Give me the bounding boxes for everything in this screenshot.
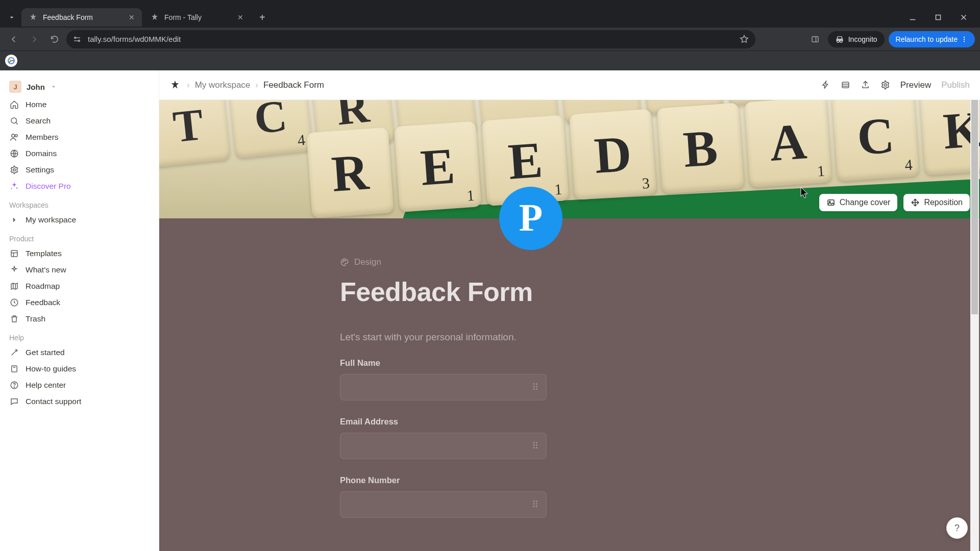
tab-search-dropdown[interactable] (4, 10, 19, 25)
user-name: John (27, 83, 45, 91)
nav-trash[interactable]: Trash (5, 311, 154, 327)
nav-label: Feedback (26, 298, 60, 307)
svg-line-24 (12, 350, 17, 356)
browser-tab-1[interactable]: Feedback Form ✕ (21, 8, 142, 27)
close-tab-icon[interactable]: ✕ (237, 13, 243, 21)
text-input[interactable]: ⠿ (340, 374, 547, 400)
reposition-button[interactable]: Reposition (903, 194, 970, 211)
field-label[interactable]: Phone Number (340, 475, 547, 485)
nav-help-center[interactable]: Help center (5, 378, 154, 393)
breadcrumb-workspace[interactable]: My workspace (195, 80, 251, 90)
tally-app: J John Home Search Members Domains (0, 70, 980, 551)
form-description[interactable]: Let's start with your personal informati… (340, 332, 547, 343)
publish-button[interactable]: Publish (941, 80, 970, 90)
new-tab-button[interactable]: + (255, 10, 270, 25)
nav-get-started[interactable]: Get started (5, 345, 154, 360)
svg-rect-29 (842, 82, 849, 88)
tile-score: 3 (642, 174, 650, 192)
panel-toggle-icon[interactable] (806, 31, 824, 48)
help-fab-button[interactable]: ? (946, 517, 968, 539)
nav-templates[interactable]: Templates (5, 246, 154, 261)
scrabble-tile: R (306, 127, 394, 218)
text-input[interactable]: ⠿ (340, 433, 547, 459)
back-button[interactable] (5, 31, 22, 48)
responses-icon[interactable] (841, 80, 850, 90)
drag-handle-icon[interactable]: ⠿ (532, 440, 537, 452)
browser-toolbar: tally.so/forms/wd0MMK/edit Incognito Rel… (0, 28, 980, 51)
nav-domains[interactable]: Domains (5, 146, 154, 161)
reposition-label: Reposition (924, 198, 963, 207)
tally-logo-icon[interactable] (169, 80, 181, 91)
nav-whats-new[interactable]: What's new (5, 262, 154, 278)
svg-point-28 (14, 387, 14, 387)
nav-feedback[interactable]: Feedback (5, 295, 154, 310)
workspace-user-switcher[interactable]: J John (5, 78, 154, 96)
nav-members[interactable]: Members (5, 130, 154, 145)
field-label[interactable]: Full Name (340, 358, 547, 368)
nav-discover-pro[interactable]: Discover Pro (5, 179, 154, 194)
close-tab-icon[interactable]: ✕ (129, 13, 135, 21)
google-bookmark-icon[interactable] (5, 55, 17, 67)
tile-letter: A (768, 112, 808, 173)
site-controls-icon[interactable] (72, 35, 82, 44)
bookmarks-bar (0, 51, 980, 70)
browser-tab-2[interactable]: Form - Tally ✕ (143, 8, 251, 27)
section-workspaces-label: Workspaces (5, 195, 154, 211)
form-title[interactable]: Feedback Form (340, 277, 547, 307)
svg-point-14 (11, 118, 17, 123)
drag-handle-icon[interactable]: ⠿ (532, 382, 537, 393)
workspace-label: My workspace (26, 215, 76, 224)
scrabble-tile: C4 (832, 100, 919, 182)
nav-settings[interactable]: Settings (5, 162, 154, 178)
field-label[interactable]: Email Address (340, 417, 547, 427)
tile-letter: T (170, 100, 206, 153)
text-input[interactable]: ⠿ (340, 491, 547, 518)
svg-line-15 (16, 122, 18, 124)
tile-letter: D (593, 124, 633, 185)
change-cover-button[interactable]: Change cover (819, 194, 898, 211)
bookmark-star-icon[interactable] (739, 34, 749, 44)
breadcrumb-current[interactable]: Feedback Form (263, 80, 324, 90)
relaunch-update-button[interactable]: Relaunch to update (889, 31, 975, 47)
tile-letter: R (330, 142, 371, 204)
window-minimize-button[interactable] (902, 10, 923, 25)
reload-button[interactable] (46, 31, 63, 48)
nav-label: Templates (26, 249, 62, 258)
nav-contact-support[interactable]: Contact support (5, 394, 154, 409)
window-titlebar (0, 0, 980, 7)
design-toggle[interactable]: Design (340, 257, 547, 267)
nav-search[interactable]: Search (5, 113, 154, 129)
drag-handle-icon[interactable]: ⠿ (532, 499, 537, 510)
workspace-item[interactable]: My workspace (5, 212, 154, 228)
nav-label: Domains (26, 149, 57, 158)
preview-button[interactable]: Preview (900, 80, 931, 90)
window-maximize-button[interactable] (928, 10, 948, 25)
nav-home[interactable]: Home (5, 97, 154, 112)
map-icon (9, 282, 19, 291)
cover-image[interactable]: TC4R RE1E1D3BA1C4K4 Change cover Reposit… (159, 100, 980, 218)
vertical-scrollbar[interactable] (970, 100, 979, 551)
tile-letter: B (681, 118, 720, 179)
avatar-initial: J (13, 83, 17, 91)
nav-roadmap[interactable]: Roadmap (5, 279, 154, 294)
window-close-button[interactable] (953, 10, 974, 25)
scrollbar-thumb[interactable] (971, 100, 978, 314)
address-bar[interactable]: tally.so/forms/wd0MMK/edit (66, 30, 755, 48)
share-icon[interactable] (861, 80, 870, 90)
chevron-right-icon[interactable] (9, 215, 19, 224)
tab-title: Feedback Form (43, 13, 93, 21)
form-logo[interactable]: P (499, 187, 562, 250)
globe-icon (9, 149, 19, 158)
nav-howto-guides[interactable]: How-to guides (5, 361, 154, 377)
section-product-label: Product (5, 229, 154, 245)
forward-button[interactable] (26, 31, 43, 48)
relaunch-label: Relaunch to update (896, 35, 958, 43)
svg-rect-1 (936, 15, 941, 20)
tile-letter: C (855, 106, 896, 167)
design-label: Design (354, 257, 381, 267)
members-icon (9, 133, 19, 142)
bolt-icon[interactable] (821, 80, 830, 90)
tab-title: Form - Tally (164, 13, 202, 21)
settings-icon[interactable] (880, 80, 890, 90)
incognito-indicator[interactable]: Incognito (828, 31, 885, 47)
